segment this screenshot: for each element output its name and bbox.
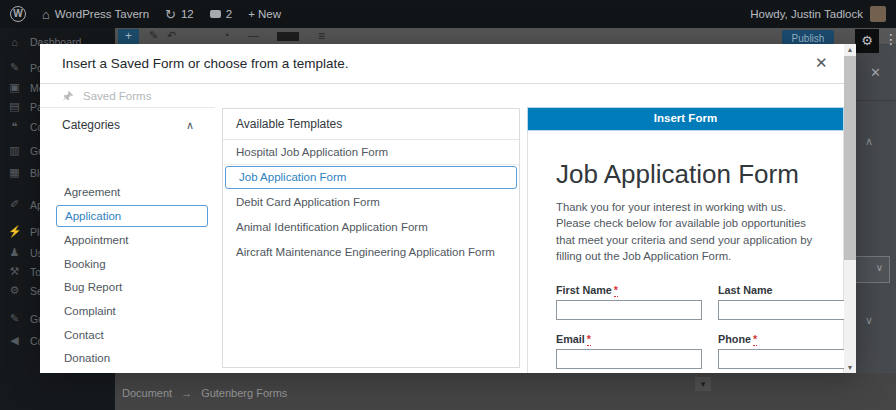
category-booking[interactable]: Booking	[56, 253, 208, 275]
categories-label: Categories	[62, 118, 120, 132]
preview-fields: First Name* Last Name Email* Phone* What…	[556, 284, 817, 374]
phone-input[interactable]	[718, 349, 856, 369]
site-name: WordPress Tavern	[55, 8, 149, 20]
category-donation[interactable]: Donation	[56, 347, 208, 369]
site-menu[interactable]: ⌂ WordPress Tavern	[42, 7, 149, 22]
template-hospital-job-application[interactable]: Hospital Job Application Form	[223, 140, 519, 165]
panel-divider	[856, 100, 896, 101]
field-first-name: First Name*	[556, 284, 702, 320]
new-label: + New	[248, 8, 281, 20]
howdy-text[interactable]: Howdy, Justin Tadlock	[750, 8, 863, 20]
undo-icon[interactable]: ↶	[167, 29, 176, 42]
comments-icon	[210, 10, 221, 18]
block-icon	[277, 32, 299, 41]
scroll-down-icon[interactable]: ▼	[844, 364, 856, 371]
kebab-menu-icon[interactable]: ⋮	[884, 31, 896, 47]
template-job-application[interactable]: Job Application Form	[225, 166, 517, 189]
chevron-down-icon[interactable]: ∨	[865, 314, 873, 327]
categories-header[interactable]: Categories ∧	[40, 113, 222, 137]
panel-close-icon[interactable]: ✕	[870, 65, 881, 80]
category-agreement[interactable]: Agreement	[56, 181, 208, 203]
comment-icon: ❝	[8, 120, 21, 133]
breadcrumb-document[interactable]: Document	[122, 387, 172, 399]
form-preview: Job Application Form Thank you for your …	[527, 131, 844, 373]
gear-icon[interactable]: ⚙	[855, 29, 879, 53]
required-asterisk: *	[587, 333, 591, 346]
last-name-input[interactable]	[718, 300, 856, 320]
templates-panel: Available Templates Hospital Job Applica…	[222, 108, 520, 368]
plugin-icon: ⚡	[8, 225, 21, 238]
home-icon: ⌂	[42, 7, 50, 22]
category-complaint[interactable]: Complaint	[56, 300, 208, 322]
dashboard-icon: ⌂	[8, 36, 21, 48]
chevron-up-icon[interactable]: ∧	[865, 135, 873, 148]
pushpin-icon	[62, 90, 74, 102]
preview-title: Job Application Form	[556, 159, 817, 190]
wp-logo-menu[interactable]: W	[10, 6, 26, 22]
scroll-up-icon[interactable]: ▲	[844, 46, 856, 53]
close-icon[interactable]: ✕	[815, 54, 828, 72]
edit-tool-icon[interactable]: ✎	[149, 29, 158, 42]
list-view-icon[interactable]: ≡	[318, 29, 325, 43]
breadcrumb-block[interactable]: Gutenberg Forms	[201, 387, 287, 399]
category-issue[interactable]: Issue	[56, 370, 208, 373]
admin-bar: W ⌂ WordPress Tavern ↻ 12 2 + New Howdy,…	[0, 0, 896, 28]
updates-menu[interactable]: ↻ 12	[165, 7, 194, 22]
caret-down-icon: ▾	[695, 377, 711, 391]
first-name-input[interactable]	[556, 300, 702, 320]
required-asterisk: *	[753, 333, 757, 346]
breadcrumb-arrow-icon: →	[181, 387, 192, 399]
field-last-name: Last Name	[718, 284, 856, 320]
new-content-menu[interactable]: + New	[248, 8, 281, 20]
media-icon: ▣	[8, 81, 21, 94]
wordpress-logo-icon: W	[10, 6, 26, 22]
saved-forms-label: Saved Forms	[83, 90, 151, 102]
block-inserter-button[interactable]: +	[118, 29, 139, 44]
template-debit-card-application[interactable]: Debit Card Application Form	[223, 190, 519, 215]
modal-title: Insert a Saved Form or choose from a tem…	[62, 56, 349, 71]
minus-icon[interactable]: —	[248, 29, 259, 41]
saved-forms-item[interactable]: Saved Forms	[40, 84, 215, 108]
collapse-arrow-icon: ◀	[8, 334, 21, 347]
chevron-up-icon: ∧	[186, 119, 194, 132]
insert-form-button[interactable]: Insert Form	[527, 107, 844, 131]
editor-toolbar: + ✎ ↶ ◔ — ≡ Publish	[115, 28, 896, 44]
pencil-icon: ✎	[8, 312, 21, 325]
comments-menu[interactable]: 2	[210, 8, 232, 20]
brush-icon: ✐	[8, 198, 21, 211]
category-panel: Saved Forms Categories ∧ Agreement Appli…	[40, 84, 222, 373]
category-application[interactable]: Application	[56, 205, 208, 227]
blocks-icon: ▦	[8, 166, 21, 179]
insert-form-modal: Insert a Saved Form or choose from a tem…	[40, 44, 856, 373]
document-settings-panel: ✕ ∧ ∨ ∨	[856, 45, 896, 410]
settings-icon: ⚙	[8, 284, 21, 297]
preview-description: Thank you for your interest in working w…	[556, 199, 817, 265]
gutenberg-icon: ▥	[8, 144, 21, 157]
email-input[interactable]	[556, 349, 702, 369]
wrench-icon: ⚒	[8, 265, 21, 278]
scrollbar-thumb[interactable]	[844, 56, 856, 260]
category-contact[interactable]: Contact	[56, 324, 208, 346]
template-animal-identification[interactable]: Animal Identification Application Form	[223, 215, 519, 240]
modal-scrollbar[interactable]: ▲ ▼	[844, 44, 856, 373]
updates-icon: ↻	[165, 7, 176, 22]
field-phone: Phone*	[718, 333, 856, 369]
pushpin-icon: ✎	[8, 61, 21, 74]
user-icon: ♟	[8, 246, 21, 259]
category-appointment[interactable]: Appointment	[56, 229, 208, 251]
required-asterisk: *	[614, 284, 618, 297]
user-avatar[interactable]	[870, 6, 886, 22]
comment-count: 2	[226, 8, 232, 20]
editor-footer: ▾ Document → Gutenberg Forms	[115, 373, 896, 410]
modal-header: Insert a Saved Form or choose from a tem…	[40, 44, 844, 84]
templates-header: Available Templates	[223, 109, 519, 140]
category-bug-report[interactable]: Bug Report	[56, 276, 208, 298]
template-aircraft-maintenance[interactable]: Aircraft Maintenance Engineering Applica…	[223, 240, 519, 265]
field-email: Email*	[556, 333, 702, 369]
clock-icon[interactable]: ◔	[223, 29, 230, 41]
chevron-down-icon: ∨	[876, 262, 883, 273]
preview-panel: Insert Form Job Application Form Thank y…	[527, 107, 844, 373]
breadcrumb: Document → Gutenberg Forms	[122, 387, 287, 399]
pages-icon: ▤	[8, 100, 21, 113]
update-count: 12	[181, 8, 194, 20]
